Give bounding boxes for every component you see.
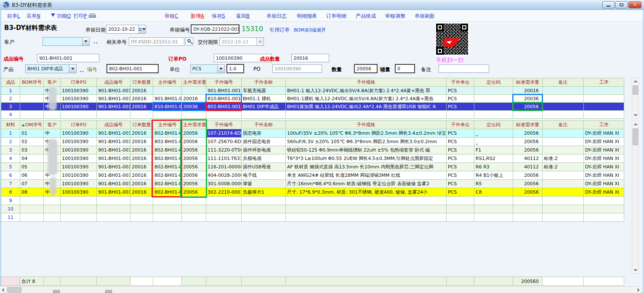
cell[interactable] <box>242 205 286 213</box>
cell[interactable]: 100100390 <box>61 171 97 180</box>
toolbar-audit[interactable]: 审核C <box>165 13 178 20</box>
cell[interactable]: PCS <box>447 163 474 171</box>
unit-combo[interactable]: PCS <box>190 64 225 73</box>
toolbar-next-doc[interactable]: 后单N <box>27 13 40 20</box>
toolbar-function[interactable]: 功能O <box>57 13 71 20</box>
product-code-field[interactable]: 901-BH01-001 <box>37 54 99 62</box>
cell[interactable]: 802-BH01-001 <box>153 129 182 138</box>
cell[interactable]: 901-BH01-001 <box>97 138 130 146</box>
scrollbar-thumb[interactable] <box>633 128 638 145</box>
cell[interactable] <box>513 213 543 222</box>
column-header[interactable]: 订单PO <box>61 78 97 87</box>
cell[interactable] <box>543 205 584 213</box>
cell[interactable] <box>513 205 543 213</box>
column-header[interactable]: 定位码 <box>474 121 513 129</box>
unit-dropdown-button[interactable] <box>217 65 224 73</box>
column-header[interactable]: 子件规格 <box>286 78 447 87</box>
scroll-up-button[interactable] <box>632 121 639 128</box>
cell[interactable] <box>206 213 242 222</box>
cell[interactable]: 20016 <box>130 95 153 103</box>
cell[interactable]: 9 <box>1 197 20 205</box>
column-header[interactable]: 材料 <box>1 121 20 129</box>
cell[interactable] <box>242 111 286 119</box>
cell[interactable]: 1 <box>1 129 20 138</box>
cell[interactable]: 铁硅铝50-125 Φ0.9mm单铜线绕制 22uH ±5% 包热缩套管 卧式 … <box>286 146 447 154</box>
cell[interactable]: 100100390 <box>61 129 97 138</box>
cell[interactable] <box>543 103 584 111</box>
cell[interactable]: 03 <box>20 146 44 154</box>
column-header[interactable]: 成品编号 <box>97 121 130 129</box>
cell[interactable]: 20056 <box>513 146 543 154</box>
column-header[interactable]: 主件编号 <box>153 78 182 87</box>
toolbar-prev-doc[interactable]: 前单L <box>7 13 20 20</box>
product-dropdown-button[interactable] <box>69 65 76 73</box>
cell[interactable] <box>543 180 584 188</box>
calendar-dropdown-button[interactable] <box>138 25 146 33</box>
cell[interactable]: 802-BH01-001 <box>153 146 182 154</box>
cell[interactable]: 100100390 <box>61 154 97 163</box>
cell[interactable] <box>286 111 447 119</box>
cell[interactable]: 100100390 <box>61 163 97 171</box>
cell[interactable]: 插件固态电容 <box>242 138 286 146</box>
column-header[interactable]: BOM序号 <box>20 78 44 87</box>
cell[interactable]: BH01-1裸机 输入12-24VDC,输出5V/4.8A(新方案) 2.4*2… <box>286 95 447 103</box>
cell[interactable] <box>543 188 584 197</box>
toolbar-product-composition[interactable]: 产品组成 <box>356 13 376 20</box>
unit-factor-field[interactable]: 1.0 <box>226 64 244 73</box>
cell[interactable]: BH01-1 输入12-24VDC,输出5V/4.8A(新方案) 2.4*2.4… <box>286 87 447 95</box>
cell[interactable] <box>153 213 182 222</box>
product-qty-field[interactable]: 20016 <box>291 54 329 62</box>
cell[interactable]: 负极弹片1 <box>242 188 286 197</box>
cell[interactable]: 20016 <box>130 188 153 197</box>
search-button[interactable] <box>185 37 193 45</box>
cell[interactable]: 107-21074-6D01 <box>206 129 242 138</box>
cell[interactable] <box>584 95 624 103</box>
cell[interactable]: PCS <box>447 180 474 188</box>
cell[interactable]: 20056 <box>182 129 206 138</box>
cell[interactable]: 车载充电器 <box>242 87 286 95</box>
cell[interactable]: 901-BH01-001 <box>97 154 130 163</box>
cell[interactable]: 20056 <box>513 129 543 138</box>
cell[interactable]: 20016 <box>130 146 153 154</box>
cell[interactable]: BH01 DIP半成品 <box>242 103 286 111</box>
cell[interactable] <box>20 205 44 213</box>
toolbar-order-detail[interactable]: 订单明细 <box>326 13 346 20</box>
cell[interactable]: PCS <box>447 95 474 103</box>
cell[interactable]: 3 <box>1 103 20 111</box>
cell[interactable]: 5 <box>1 163 20 171</box>
doc-no-field[interactable]: DY-XQB-221022-001 <box>191 24 240 34</box>
column-header[interactable]: 成品 <box>1 78 20 87</box>
cell[interactable]: 02 <box>20 138 44 146</box>
cell[interactable]: 20056 <box>513 138 543 146</box>
cell[interactable]: 尺寸: 17*6.9*0.3mm, 材质: 301不锈钢, 硬度400, 镀镍,… <box>286 188 447 197</box>
cell[interactable] <box>543 87 584 95</box>
cell[interactable]: 04 <box>20 154 44 163</box>
cell[interactable]: 802-BH01-001 <box>206 103 242 111</box>
qty-field[interactable]: 20056 <box>354 64 378 73</box>
cell[interactable]: DY-后焊 HAN XI <box>584 180 624 188</box>
cell[interactable]: 20036 <box>513 95 543 103</box>
cell[interactable] <box>543 213 584 222</box>
cell[interactable]: 100100390 <box>61 180 97 188</box>
customer-browse-dots[interactable]: .. <box>93 39 98 45</box>
toolbar-save[interactable]: 保存S <box>212 13 225 20</box>
cell[interactable]: 20056 <box>182 188 206 197</box>
cell[interactable]: AF 铁材质 侧插式直插 高13.5mm 长10mm 内附黑色胶芯,三脚定位脚 <box>286 163 447 171</box>
cell[interactable] <box>474 103 513 111</box>
cell[interactable] <box>543 111 584 119</box>
scroll-down-button[interactable] <box>632 112 639 118</box>
toolbar-back[interactable]: 返回B <box>236 13 250 20</box>
cell[interactable]: 插件USB母座 <box>242 163 286 171</box>
cell[interactable]: 560uF/6.3V ±20% 105℃ Φ6.3*8mm 脚距2.5mm 脚长… <box>286 138 447 146</box>
cell[interactable]: _ <box>474 138 513 146</box>
cell[interactable] <box>584 213 624 222</box>
cell[interactable]: 中 <box>44 129 61 138</box>
cell[interactable]: 901-BH01-001 <box>97 129 130 138</box>
cell[interactable] <box>513 111 543 119</box>
cell[interactable]: 标准:2 <box>543 154 584 163</box>
cell[interactable]: 901-BH01-001 <box>97 103 130 111</box>
column-header[interactable]: 备注 <box>543 121 584 129</box>
cell[interactable]: C8 <box>474 188 513 197</box>
column-header[interactable]: 主件需求量 <box>182 78 206 87</box>
cell[interactable] <box>61 213 97 222</box>
